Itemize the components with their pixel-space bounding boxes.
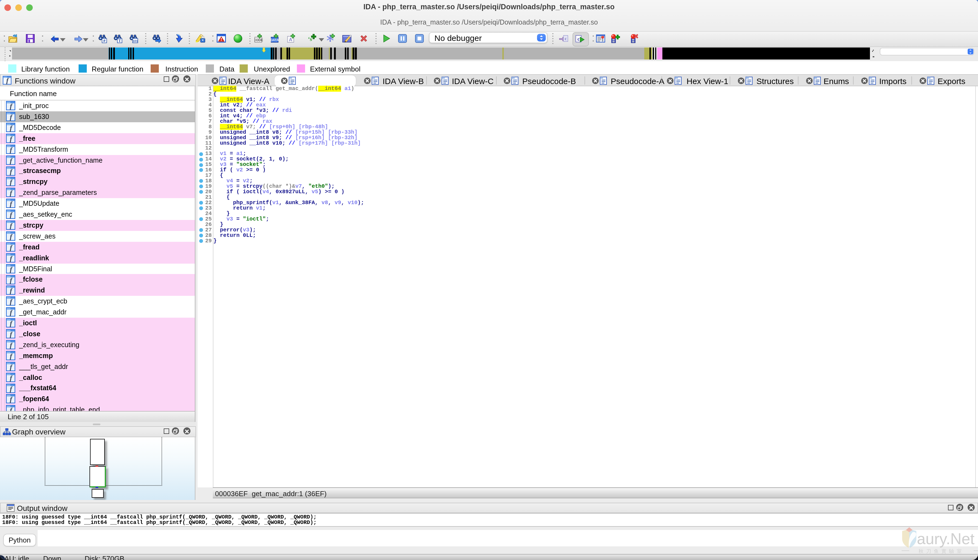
svg-text:101: 101	[133, 39, 138, 43]
svg-text:秋刀鱼實驗室: 秋刀鱼實驗室	[918, 548, 965, 554]
svg-text:A: A	[289, 37, 292, 42]
svg-text:c: c	[577, 36, 580, 42]
svg-text:aury.Net: aury.Net	[917, 530, 975, 547]
svg-text:#: #	[103, 38, 106, 43]
svg-text:DATA: DATA	[271, 38, 279, 42]
svg-text:CODE: CODE	[254, 38, 263, 42]
svg-text:c: c	[565, 36, 566, 41]
svg-text:T: T	[118, 38, 121, 43]
